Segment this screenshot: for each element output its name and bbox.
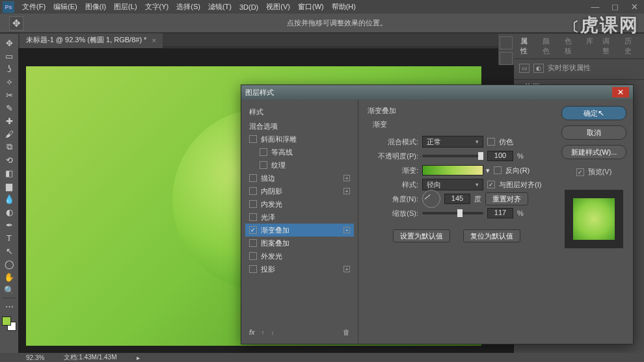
panel-tab-properties[interactable]: 属性 — [518, 36, 536, 57]
dither-checkbox[interactable] — [487, 138, 495, 146]
panel-tab-history[interactable]: 历史 — [622, 36, 640, 57]
watermark: 〔虎课网 — [566, 13, 639, 38]
doc-size[interactable]: 文档:1.43M/1.43M — [64, 353, 116, 362]
style-outer-glow[interactable]: 外发光 — [245, 250, 354, 263]
mask-prop-icon[interactable]: ◐ — [533, 64, 544, 73]
style-texture[interactable]: 纹理 — [245, 159, 354, 172]
gradient-picker[interactable] — [422, 165, 483, 175]
style-contour[interactable]: 等高线 — [245, 146, 354, 159]
hand-tool-icon[interactable]: ✋ — [1, 270, 17, 283]
panel-tab-swatches[interactable]: 色板 — [562, 36, 580, 57]
style-inner-shadow[interactable]: 内阴影+ — [245, 185, 354, 198]
style-inner-glow[interactable]: 内发光 — [245, 198, 354, 211]
angle-value[interactable]: 145 — [444, 194, 470, 204]
zoom-tool-icon[interactable]: 🔍 — [1, 283, 17, 296]
marquee-tool-icon[interactable]: ▭ — [1, 49, 17, 62]
style-gradient-overlay[interactable]: 渐变叠加+ — [245, 224, 354, 237]
eyedropper-tool-icon[interactable]: ✎ — [1, 101, 17, 114]
crop-tool-icon[interactable]: ✂ — [1, 88, 17, 101]
reset-default-button[interactable]: 复位为默认值 — [463, 229, 520, 242]
new-style-button[interactable]: 新建样式(W)... — [561, 145, 626, 159]
move-tool-icon[interactable]: ✥ — [9, 16, 23, 31]
align-checkbox[interactable] — [487, 181, 495, 188]
make-default-button[interactable]: 设置为默认值 — [393, 229, 450, 242]
shape-prop-icon[interactable]: ▭ — [519, 64, 530, 73]
reverse-checkbox[interactable] — [494, 166, 502, 174]
opacity-unit: % — [517, 152, 524, 160]
tab-close-icon[interactable]: × — [152, 36, 155, 44]
styles-header[interactable]: 样式 — [245, 105, 354, 120]
dialog-titlebar[interactable]: 图层样式 ✕ — [241, 85, 633, 99]
menu-image[interactable]: 图像(I) — [81, 0, 110, 14]
dock-icon[interactable] — [500, 36, 513, 49]
panel-tab-adjust[interactable]: 调整 — [600, 36, 618, 57]
angle-unit: 度 — [474, 194, 481, 204]
chevron-down-icon: ▾ — [476, 138, 479, 145]
menu-select[interactable]: 选择(S) — [172, 0, 204, 14]
opacity-value[interactable]: 100 — [487, 151, 513, 161]
style-select[interactable]: 径向▾ — [422, 179, 483, 190]
gradient-tool-icon[interactable]: ▆ — [1, 179, 17, 192]
brush-tool-icon[interactable]: 🖌 — [1, 127, 17, 140]
scale-slider[interactable] — [422, 212, 483, 214]
panel-tab-libraries[interactable]: 库 — [584, 36, 596, 57]
style-satin[interactable]: 光泽 — [245, 211, 354, 224]
panel-tab-color[interactable]: 颜色 — [540, 36, 558, 57]
color-swatches[interactable] — [2, 317, 16, 331]
opacity-slider[interactable] — [422, 155, 483, 157]
menu-file[interactable]: 文件(F) — [18, 0, 49, 14]
style-stroke[interactable]: 描边+ — [245, 172, 354, 185]
menu-help[interactable]: 帮助(H) — [328, 0, 360, 14]
blur-tool-icon[interactable]: 💧 — [1, 192, 17, 205]
blending-options[interactable]: 混合选项 — [245, 120, 354, 133]
document-tab[interactable]: 未标题-1 @ 92.3% (椭圆 1, RGB/8#) * × — [20, 33, 163, 47]
menu-edit[interactable]: 编辑(E) — [49, 0, 81, 14]
scale-value[interactable]: 117 — [487, 208, 513, 218]
trash-icon[interactable]: 🗑 — [343, 328, 350, 336]
foreground-swatch[interactable] — [2, 317, 11, 326]
gradient-overlay-settings: 渐变叠加 渐变 混合模式: 正常▾ 仿色 不透明度(P): 100 % 渐变: … — [358, 99, 555, 344]
menu-type[interactable]: 文字(Y) — [141, 0, 173, 14]
preview-checkbox[interactable] — [576, 168, 584, 176]
menu-3d[interactable]: 3D(D) — [235, 1, 262, 13]
shape-tool-icon[interactable]: ◯ — [1, 257, 17, 270]
fx-label[interactable]: fx — [249, 328, 255, 336]
lasso-tool-icon[interactable]: ʖ — [1, 62, 17, 75]
pen-tool-icon[interactable]: ✒ — [1, 218, 17, 231]
style-bevel[interactable]: 斜面和浮雕 — [245, 133, 354, 146]
dodge-tool-icon[interactable]: ◐ — [1, 205, 17, 218]
status-chevron-icon[interactable]: ▸ — [137, 354, 140, 361]
gradient-label: 渐变: — [368, 166, 418, 175]
menu-window[interactable]: 窗口(W) — [294, 0, 328, 14]
menu-filter[interactable]: 滤镜(T) — [204, 0, 235, 14]
dialog-close-icon[interactable]: ✕ — [612, 87, 629, 97]
window-close-icon[interactable]: ✕ — [624, 0, 644, 14]
blend-mode-select[interactable]: 正常▾ — [422, 136, 483, 148]
menu-view[interactable]: 视图(V) — [262, 0, 294, 14]
history-brush-icon[interactable]: ⟲ — [1, 153, 17, 166]
heal-tool-icon[interactable]: ✚ — [1, 114, 17, 127]
dock-icon[interactable] — [500, 52, 513, 65]
path-tool-icon[interactable]: ↖ — [1, 244, 17, 257]
eraser-tool-icon[interactable]: ◧ — [1, 166, 17, 179]
settings-title: 渐变叠加 — [368, 106, 546, 116]
move-tool-icon[interactable]: ✥ — [1, 36, 17, 49]
window-minimize-icon[interactable]: — — [585, 0, 605, 14]
type-tool-icon[interactable]: T — [1, 231, 17, 244]
edit-toolbar-icon[interactable]: ⋯ — [1, 300, 17, 313]
zoom-level[interactable]: 92.3% — [26, 354, 44, 361]
wand-tool-icon[interactable]: ✧ — [1, 75, 17, 88]
ok-button[interactable]: 确定↖ — [561, 106, 626, 120]
angle-dial[interactable] — [422, 190, 440, 208]
style-drop-shadow[interactable]: 投影+ — [245, 263, 354, 276]
style-pattern-overlay[interactable]: 图案叠加 — [245, 237, 354, 250]
cancel-button[interactable]: 取消 — [561, 125, 626, 140]
fx-down-icon[interactable]: ↓ — [271, 329, 275, 336]
reset-align-button[interactable]: 重置对齐 — [485, 192, 528, 205]
menu-layer[interactable]: 图层(L) — [110, 0, 141, 14]
fx-up-icon[interactable]: ↑ — [262, 329, 265, 336]
stamp-tool-icon[interactable]: ⧉ — [1, 140, 17, 153]
panel-dock — [498, 34, 514, 65]
chevron-down-icon[interactable]: ▾ — [486, 166, 490, 175]
window-restore-icon[interactable]: ◻ — [605, 0, 624, 14]
